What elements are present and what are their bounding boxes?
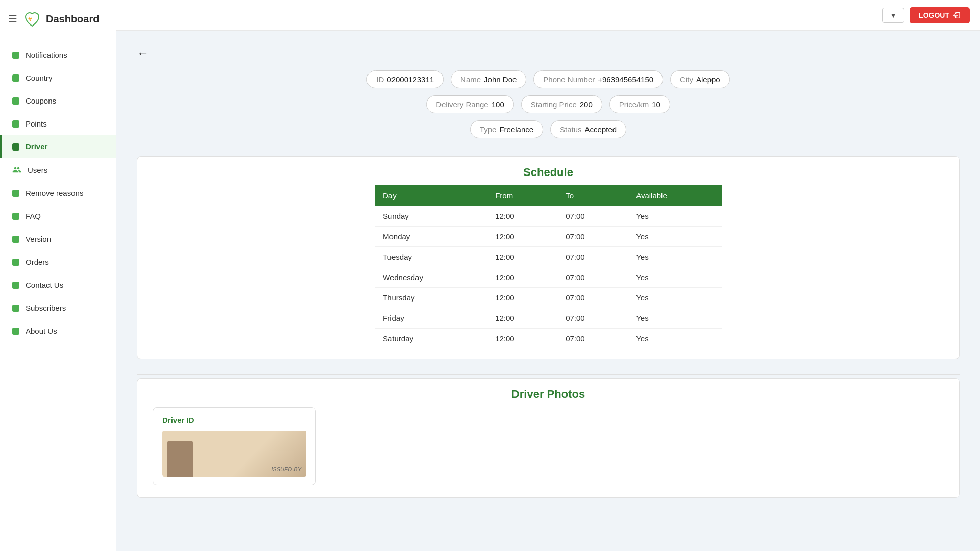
nav-dot-contact-us — [12, 282, 19, 289]
cell-available: Yes — [628, 329, 722, 349]
delivery-range-badge: Delivery Range 100 — [426, 95, 514, 113]
photos-section-wrapper: Driver Photos Driver ID ISSUED BY — [137, 374, 960, 498]
dropdown-button[interactable]: ▼ — [882, 8, 904, 23]
sidebar-item-label: Points — [26, 119, 47, 128]
name-label: Name — [460, 75, 481, 84]
sidebar-item-label: About Us — [26, 327, 57, 335]
sidebar-header: ☰ # Dashboard — [0, 0, 116, 38]
sidebar-item-contact-us[interactable]: Contact Us — [0, 273, 116, 296]
phone-badge: Phone Number +963945654150 — [533, 70, 663, 88]
info-row-1: ID 02000123311 Name John Doe Phone Numbe… — [366, 70, 729, 88]
divider-1 — [137, 153, 960, 153]
logo-area: # Dashboard — [22, 9, 99, 29]
logout-icon — [952, 11, 961, 19]
col-day: Day — [375, 185, 487, 206]
driver-id-card: Driver ID ISSUED BY — [153, 407, 316, 485]
nav-dot-points — [12, 120, 19, 128]
cell-to: 07:00 — [557, 267, 628, 288]
cell-to: 07:00 — [557, 329, 628, 349]
city-value: Aleppo — [696, 75, 720, 84]
cell-to: 07:00 — [557, 227, 628, 247]
driver-photos-section: Driver Photos Driver ID ISSUED BY — [137, 378, 960, 498]
sidebar-item-label: Users — [28, 166, 47, 174]
sidebar-item-about-us[interactable]: About Us — [0, 319, 116, 342]
phone-value: +963945654150 — [598, 75, 653, 84]
type-value: Freelance — [499, 125, 533, 134]
info-row-3: Type Freelance Status Accepted — [470, 120, 626, 138]
schedule-header-row: Day From To Available — [375, 185, 722, 206]
nav-dot-orders — [12, 259, 19, 266]
cell-day: Tuesday — [375, 247, 487, 267]
sidebar-item-label: Contact Us — [26, 281, 63, 289]
sidebar-item-label: Driver — [26, 142, 47, 151]
cell-day: Wednesday — [375, 267, 487, 288]
table-row: Sunday 12:00 07:00 Yes — [375, 206, 722, 227]
type-badge: Type Freelance — [470, 120, 543, 138]
cell-from: 12:00 — [487, 267, 557, 288]
table-row: Wednesday 12:00 07:00 Yes — [375, 267, 722, 288]
sidebar-item-users[interactable]: Users — [0, 158, 116, 182]
table-row: Saturday 12:00 07:00 Yes — [375, 329, 722, 349]
cell-day: Monday — [375, 227, 487, 247]
nav-dot-faq — [12, 213, 19, 220]
id-value: 02000123311 — [387, 75, 434, 84]
cell-to: 07:00 — [557, 247, 628, 267]
nav-dot-driver — [12, 143, 19, 151]
cell-from: 12:00 — [487, 247, 557, 267]
cell-available: Yes — [628, 247, 722, 267]
status-badge: Status Accepted — [550, 120, 626, 138]
name-badge: Name John Doe — [451, 70, 526, 88]
sidebar-item-notifications[interactable]: Notifications — [0, 43, 116, 66]
sidebar-item-label: Notifications — [26, 51, 67, 59]
schedule-table-body: Sunday 12:00 07:00 Yes Monday 12:00 07:0… — [375, 206, 722, 348]
cell-from: 12:00 — [487, 227, 557, 247]
sidebar-item-faq[interactable]: FAQ — [0, 205, 116, 228]
sidebar-item-remove-reasons[interactable]: Remove reasons — [0, 182, 116, 205]
logo-icon: # — [22, 9, 42, 29]
back-button[interactable]: ← — [137, 46, 149, 60]
name-value: John Doe — [484, 75, 517, 84]
cell-available: Yes — [628, 308, 722, 329]
sidebar: ☰ # Dashboard Notifications Country Coup… — [0, 0, 116, 551]
id-photo-placeholder: ISSUED BY — [162, 431, 306, 477]
logout-button[interactable]: LOGOUT — [910, 7, 970, 23]
id-photo-person — [167, 441, 193, 477]
sidebar-item-label: Version — [26, 235, 51, 243]
cell-available: Yes — [628, 267, 722, 288]
nav-dot-notifications — [12, 52, 19, 59]
sidebar-item-driver[interactable]: Driver — [0, 135, 116, 158]
col-from: From — [487, 185, 557, 206]
starting-price-value: 200 — [580, 100, 593, 109]
sidebar-item-country[interactable]: Country — [0, 66, 116, 89]
hamburger-icon[interactable]: ☰ — [8, 13, 17, 25]
sidebar-item-subscribers[interactable]: Subscribers — [0, 296, 116, 319]
sidebar-item-points[interactable]: Points — [0, 112, 116, 135]
id-label: ID — [376, 75, 384, 84]
cell-to: 07:00 — [557, 288, 628, 308]
sidebar-item-version[interactable]: Version — [0, 228, 116, 251]
schedule-table: Day From To Available Sunday 12:00 07:00… — [375, 185, 722, 348]
price-km-value: 10 — [652, 100, 660, 109]
info-row-2: Delivery Range 100 Starting Price 200 Pr… — [426, 95, 670, 113]
topbar: ▼ LOGOUT — [116, 0, 980, 31]
sidebar-item-orders[interactable]: Orders — [0, 251, 116, 273]
city-label: City — [680, 75, 693, 84]
cell-to: 07:00 — [557, 308, 628, 329]
sidebar-item-coupons[interactable]: Coupons — [0, 89, 116, 112]
sidebar-item-label: FAQ — [26, 212, 41, 220]
delivery-range-label: Delivery Range — [436, 100, 488, 109]
nav-dot-remove-reasons — [12, 190, 19, 197]
cell-from: 12:00 — [487, 308, 557, 329]
issued-by-label: ISSUED BY — [271, 466, 301, 472]
status-value: Accepted — [585, 125, 617, 134]
sidebar-item-label: Subscribers — [26, 304, 66, 312]
schedule-section: Schedule Day From To Available Sunday 12… — [137, 156, 960, 359]
cell-from: 12:00 — [487, 329, 557, 349]
sidebar-item-label: Orders — [26, 258, 49, 266]
cell-day: Saturday — [375, 329, 487, 349]
cell-available: Yes — [628, 288, 722, 308]
users-icon — [12, 165, 21, 174]
id-badge: ID 02000123311 — [366, 70, 444, 88]
price-km-badge: Price/km 10 — [609, 95, 670, 113]
svg-text:#: # — [28, 15, 32, 23]
